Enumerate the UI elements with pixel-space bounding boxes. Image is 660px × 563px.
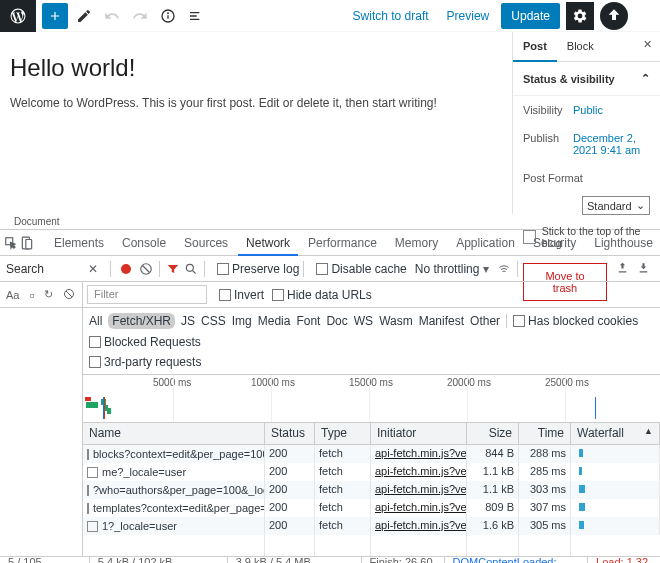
tab-elements[interactable]: Elements	[46, 231, 112, 255]
col-type[interactable]: Type	[315, 423, 371, 444]
post-title[interactable]: Hello world!	[10, 54, 502, 82]
tab-sources[interactable]: Sources	[176, 231, 236, 255]
close-sidebar-button[interactable]: ✕	[635, 32, 660, 61]
col-time[interactable]: Time	[519, 423, 571, 444]
svg-line-15	[193, 270, 196, 273]
preserve-log-checkbox[interactable]: Preserve log	[217, 262, 299, 276]
tab-memory[interactable]: Memory	[387, 231, 446, 255]
info-button[interactable]	[156, 4, 180, 28]
table-row[interactable]: templates?context=edit&per_page=10…200fe…	[83, 499, 660, 517]
row-checkbox[interactable]	[87, 449, 89, 460]
wp-editor-canvas[interactable]: Hello world! Welcome to WordPress. This …	[0, 32, 512, 214]
inspect-button[interactable]	[4, 234, 18, 252]
chip-ws[interactable]: WS	[354, 314, 373, 328]
publish-value[interactable]: December 2, 2021 9:41 am	[573, 132, 650, 156]
filter-toggle-button[interactable]	[164, 260, 182, 278]
cell-initiator[interactable]: api-fetch.min.js?ver=…	[371, 499, 467, 517]
chip-doc[interactable]: Doc	[326, 314, 347, 328]
chip-js[interactable]: JS	[181, 314, 195, 328]
panel-status-visibility[interactable]: Status & visibility ⌃	[513, 62, 660, 96]
blocked-requests-checkbox[interactable]: Blocked Requests	[89, 335, 201, 349]
col-size[interactable]: Size	[467, 423, 519, 444]
cell-initiator[interactable]: api-fetch.min.js?ver=…	[371, 445, 467, 463]
regex-button[interactable]: ▫	[29, 287, 34, 303]
table-row[interactable]: ?who=authors&per_page=100&_locale…200fet…	[83, 481, 660, 499]
record-button[interactable]	[115, 264, 137, 274]
visibility-value[interactable]: Public	[573, 104, 650, 116]
tab-security[interactable]: Security	[525, 231, 584, 255]
tab-network[interactable]: Network	[238, 231, 298, 256]
col-name[interactable]: Name	[83, 423, 265, 444]
table-row[interactable]: blocks?context=edit&per_page=100&_l…200f…	[83, 445, 660, 463]
tab-lighthouse[interactable]: Lighthouse	[586, 231, 660, 255]
settings-button[interactable]	[566, 2, 594, 30]
switch-to-draft-link[interactable]: Switch to draft	[347, 5, 435, 27]
chip-wasm[interactable]: Wasm	[379, 314, 413, 328]
tab-post[interactable]: Post	[513, 32, 557, 62]
cell-time: 307 ms	[519, 499, 571, 517]
network-timeline[interactable]: 5000 ms 10000 ms 15000 ms 20000 ms 25000…	[83, 375, 660, 423]
cell-initiator[interactable]: api-fetch.min.js?ver=…	[371, 463, 467, 481]
search-toggle-button[interactable]	[182, 260, 200, 278]
post-paragraph[interactable]: Welcome to WordPress. This is your first…	[10, 96, 502, 110]
chip-font[interactable]: Font	[296, 314, 320, 328]
device-toggle-button[interactable]	[20, 234, 34, 252]
edit-button[interactable]	[72, 4, 96, 28]
clear-search-button[interactable]	[63, 288, 75, 302]
chip-other[interactable]: Other	[470, 314, 500, 328]
cell-initiator[interactable]: api-fetch.min.js?ver=…	[371, 481, 467, 499]
row-checkbox[interactable]	[87, 503, 89, 514]
clear-button[interactable]	[137, 260, 155, 278]
chip-manifest[interactable]: Manifest	[419, 314, 464, 328]
chip-all[interactable]: All	[89, 314, 102, 328]
timeline-label: 25000 ms	[545, 377, 589, 388]
export-har-button[interactable]	[637, 261, 650, 277]
tab-console[interactable]: Console	[114, 231, 174, 255]
post-format-label: Post Format	[523, 172, 583, 184]
filter-input[interactable]: Filter	[87, 285, 207, 304]
post-format-select[interactable]: Standard⌄	[582, 196, 650, 215]
chip-img[interactable]: Img	[232, 314, 252, 328]
chip-css[interactable]: CSS	[201, 314, 226, 328]
table-row[interactable]: me?_locale=user200fetchapi-fetch.min.js?…	[83, 463, 660, 481]
close-search-button[interactable]: ✕	[80, 262, 106, 276]
tab-performance[interactable]: Performance	[300, 231, 385, 255]
cell-name: ?who=authors&per_page=100&_locale…	[83, 481, 265, 499]
network-conditions-button[interactable]	[495, 260, 513, 278]
undo-button[interactable]	[100, 4, 124, 28]
invert-checkbox[interactable]: Invert	[219, 282, 264, 307]
row-checkbox[interactable]	[87, 521, 98, 532]
more-options-button[interactable]	[634, 8, 654, 24]
match-case-button[interactable]: Aa	[6, 289, 19, 301]
outline-button[interactable]	[184, 4, 208, 28]
row-checkbox[interactable]	[87, 467, 98, 478]
col-initiator[interactable]: Initiator	[371, 423, 467, 444]
import-har-button[interactable]	[616, 261, 629, 277]
timeline-label: 15000 ms	[349, 377, 393, 388]
timeline-label: 20000 ms	[447, 377, 491, 388]
chip-media[interactable]: Media	[258, 314, 291, 328]
add-block-button[interactable]	[42, 3, 68, 29]
redo-button[interactable]	[128, 4, 152, 28]
col-waterfall[interactable]: Waterfall▲	[571, 423, 660, 444]
tab-block[interactable]: Block	[557, 32, 604, 61]
disable-cache-checkbox[interactable]: Disable cache	[316, 262, 406, 276]
table-row[interactable]: 1?_locale=user200fetchapi-fetch.min.js?v…	[83, 517, 660, 535]
has-blocked-cookies-checkbox[interactable]: Has blocked cookies	[513, 314, 638, 328]
cell-initiator[interactable]: api-fetch.min.js?ver=…	[371, 517, 467, 535]
refresh-search-button[interactable]: ↻	[44, 288, 53, 301]
third-party-checkbox[interactable]: 3rd-party requests	[89, 355, 201, 369]
wordpress-logo[interactable]	[0, 0, 36, 32]
cell-status: 200	[265, 463, 315, 481]
chip-fetch-xhr[interactable]: Fetch/XHR	[108, 313, 175, 329]
throttling-select[interactable]: No throttling▾	[415, 262, 490, 276]
hide-data-urls-checkbox[interactable]: Hide data URLs	[272, 282, 372, 307]
status-transferred: 5.4 kB / 102 kB transferred	[90, 557, 228, 563]
col-status[interactable]: Status	[265, 423, 315, 444]
row-checkbox[interactable]	[87, 485, 89, 496]
post-format-value: Standard	[587, 200, 632, 212]
tab-application[interactable]: Application	[448, 231, 523, 255]
update-button[interactable]: Update	[501, 3, 560, 29]
publish-toggle-button[interactable]	[600, 2, 628, 30]
preview-link[interactable]: Preview	[441, 5, 496, 27]
